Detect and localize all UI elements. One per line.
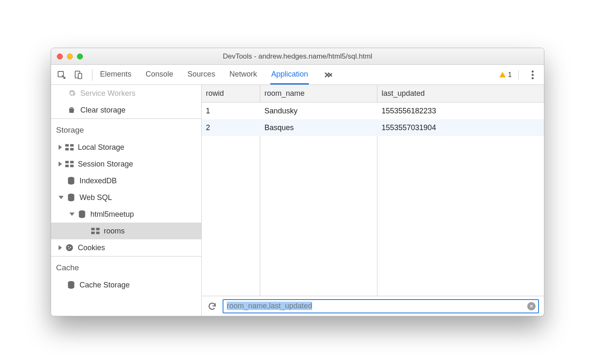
data-grid: rowid room_name last_updated 1 Sandusky …: [202, 85, 544, 296]
database-icon: [67, 193, 76, 202]
svg-point-21: [66, 244, 73, 251]
toolbar-divider: [518, 70, 519, 79]
main-panel: Service Workers Clear storage Storage Lo…: [51, 85, 544, 316]
window-controls: [51, 54, 83, 59]
database-icon: [67, 281, 76, 289]
svg-rect-20: [96, 232, 100, 234]
gear-icon: [68, 89, 77, 97]
sidebar-item-label: Service Workers: [80, 89, 136, 98]
database-icon: [78, 210, 87, 218]
panel-tabs: Elements Console Sources Network Applica…: [99, 65, 496, 85]
database-icon: [67, 177, 76, 185]
sidebar-item-label: Clear storage: [80, 106, 126, 115]
sidebar-item-local-storage[interactable]: Local Storage: [51, 139, 201, 156]
visible-columns-input[interactable]: room_name,last_updated ✕: [223, 299, 539, 313]
sidebar-item-label: IndexedDB: [80, 177, 117, 185]
cell-room-name: Basques: [260, 119, 377, 136]
table-body: 1 Sandusky 1553556182233 2 Basques 15535…: [202, 103, 544, 296]
minimize-window-button[interactable]: [67, 54, 73, 59]
application-sidebar: Service Workers Clear storage Storage Lo…: [51, 85, 202, 316]
window-title: DevTools - andrew.hedges.name/html5/sql.…: [51, 52, 544, 61]
collapse-caret-icon[interactable]: [59, 196, 64, 199]
close-window-button[interactable]: [57, 54, 63, 59]
sidebar-item-label: Web SQL: [80, 193, 112, 202]
table-icon: [65, 161, 74, 167]
warnings-indicator[interactable]: 1: [499, 71, 512, 79]
cell-room-name: Sandusky: [260, 103, 377, 119]
table-header-row: rowid room_name last_updated: [202, 85, 544, 103]
warnings-count: 1: [508, 71, 512, 79]
svg-rect-18: [96, 228, 100, 231]
column-header-rowid[interactable]: rowid: [202, 85, 260, 102]
svg-rect-8: [65, 148, 69, 151]
svg-point-23: [70, 247, 71, 248]
svg-rect-13: [70, 165, 74, 167]
svg-rect-2: [78, 73, 82, 79]
svg-rect-10: [65, 161, 69, 164]
titlebar: DevTools - andrew.hedges.name/html5/sql.…: [51, 48, 544, 65]
sidebar-section-storage: Storage: [51, 118, 201, 139]
sidebar-item-cache-storage[interactable]: Cache Storage: [51, 277, 201, 293]
more-options-icon[interactable]: [526, 68, 540, 82]
tab-console[interactable]: Console: [145, 65, 174, 85]
sidebar-section-cache: Cache: [51, 256, 201, 277]
tab-network[interactable]: Network: [228, 65, 258, 85]
svg-point-22: [68, 246, 69, 247]
toolbar-divider: [92, 69, 92, 81]
svg-rect-12: [65, 165, 69, 167]
expand-caret-icon[interactable]: [59, 145, 62, 150]
svg-point-4: [532, 74, 534, 76]
expand-caret-icon[interactable]: [59, 161, 62, 167]
sidebar-item-indexeddb[interactable]: IndexedDB: [51, 172, 201, 189]
svg-rect-7: [70, 144, 74, 147]
table-icon: [91, 228, 100, 234]
sidebar-item-label: Local Storage: [78, 143, 124, 152]
devtools-window: DevTools - andrew.hedges.name/html5/sql.…: [51, 48, 544, 316]
sidebar-item-label: rooms: [104, 227, 125, 236]
query-toolbar: room_name,last_updated ✕: [202, 296, 544, 316]
device-toolbar-icon[interactable]: [71, 68, 85, 82]
sidebar-item-cookies[interactable]: Cookies: [51, 239, 201, 256]
sidebar-item-session-storage[interactable]: Session Storage: [51, 156, 201, 172]
tab-sources[interactable]: Sources: [187, 65, 216, 85]
input-value: room_name,last_updated: [227, 302, 527, 310]
inspect-element-icon[interactable]: [54, 68, 69, 82]
more-tabs-icon[interactable]: [321, 68, 336, 82]
svg-rect-17: [91, 228, 95, 231]
sidebar-item-table-rooms[interactable]: rooms: [51, 223, 201, 239]
maximize-window-button[interactable]: [77, 54, 83, 59]
tab-elements[interactable]: Elements: [99, 65, 132, 85]
svg-rect-19: [91, 232, 95, 234]
cell-rowid: 2: [202, 119, 260, 136]
table-row[interactable]: 2 Basques 1553557031904: [202, 119, 544, 136]
svg-rect-6: [65, 144, 69, 147]
tab-application[interactable]: Application: [270, 65, 309, 85]
sidebar-item-database[interactable]: html5meetup: [51, 206, 201, 223]
svg-rect-11: [70, 161, 74, 164]
svg-point-24: [69, 248, 70, 249]
cell-last-updated: 1553556182233: [377, 103, 544, 119]
svg-point-3: [532, 70, 534, 72]
refresh-button[interactable]: [207, 301, 218, 312]
svg-point-5: [532, 77, 534, 79]
trash-icon: [68, 106, 77, 114]
table-row[interactable]: 1 Sandusky 1553556182233: [202, 103, 544, 119]
column-header-room-name[interactable]: room_name: [260, 85, 377, 102]
sidebar-item-label: Cookies: [78, 244, 105, 252]
sidebar-item-websql[interactable]: Web SQL: [51, 189, 201, 206]
column-header-last-updated[interactable]: last_updated: [377, 85, 544, 102]
sidebar-item-label: Cache Storage: [80, 281, 130, 290]
svg-rect-9: [70, 148, 74, 151]
table-panel: rowid room_name last_updated 1 Sandusky …: [202, 85, 544, 316]
sidebar-item-service-workers[interactable]: Service Workers: [51, 85, 201, 102]
main-toolbar: Elements Console Sources Network Applica…: [51, 65, 544, 85]
toolbar-right: 1: [499, 68, 540, 82]
cookie-icon: [65, 244, 74, 252]
clear-input-icon[interactable]: ✕: [527, 302, 536, 310]
collapse-caret-icon[interactable]: [69, 213, 74, 216]
sidebar-item-clear-storage[interactable]: Clear storage: [51, 102, 201, 118]
cell-rowid: 1: [202, 103, 260, 119]
table-icon: [65, 144, 74, 151]
expand-caret-icon[interactable]: [59, 245, 62, 250]
cell-last-updated: 1553557031904: [377, 119, 544, 136]
